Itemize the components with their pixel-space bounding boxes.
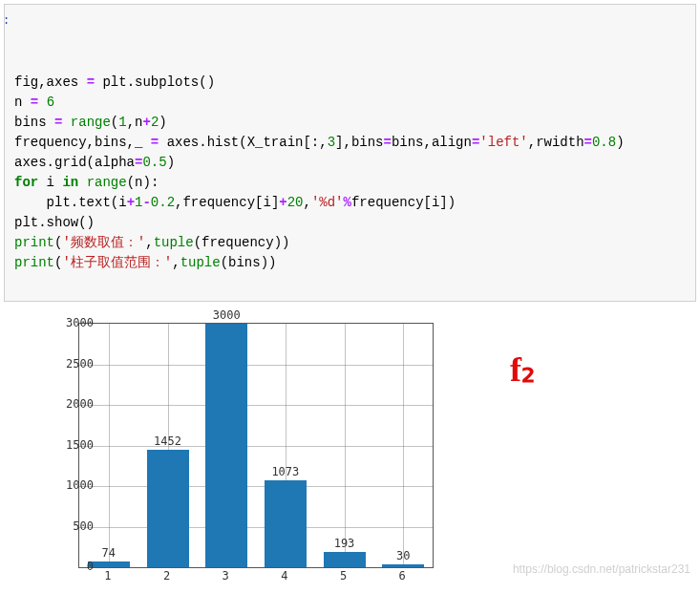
bar-value-label: 193 — [334, 537, 355, 550]
gridline — [79, 446, 433, 447]
bar-value-label: 30 — [396, 549, 410, 562]
input-prompt: : — [3, 12, 10, 30]
y-tick-label: 3000 — [55, 316, 94, 329]
y-tick-label: 1500 — [55, 438, 94, 452]
y-tick-label: 2500 — [55, 357, 94, 371]
x-tick-label: 4 — [275, 569, 294, 582]
gridline — [79, 486, 433, 487]
output-area: 7414523000107319330 05001000150020002500… — [23, 311, 696, 593]
y-tick-label: 0 — [55, 560, 94, 573]
bar — [265, 480, 307, 567]
bar-value-label: 74 — [102, 546, 116, 560]
bar — [205, 324, 247, 567]
gridline — [403, 324, 404, 567]
histogram-chart: 7414523000107319330 05001000150020002500… — [23, 311, 453, 593]
bar-value-label: 1073 — [271, 465, 299, 478]
bar — [88, 561, 130, 567]
bar-value-label: 3000 — [213, 308, 241, 322]
gridline — [79, 405, 433, 406]
code-content: fig,axes = plt.subplots() n = 6 bins = r… — [14, 73, 686, 273]
gridline — [109, 324, 110, 567]
watermark: https://blog.csdn.net/patrickstar231 — [513, 562, 690, 576]
x-tick-label: 2 — [158, 569, 177, 582]
bar — [382, 564, 424, 567]
x-tick-label: 3 — [216, 569, 235, 582]
handwritten-annotation: f₂ — [510, 349, 535, 390]
bar-value-label: 1452 — [154, 434, 181, 448]
x-tick-label: 1 — [98, 569, 117, 582]
plot-area: 7414523000107319330 — [78, 323, 434, 568]
y-tick-label: 500 — [55, 519, 94, 533]
y-tick-label: 2000 — [55, 397, 94, 411]
gridline — [345, 324, 346, 567]
gridline — [79, 365, 433, 366]
x-tick-label: 6 — [392, 569, 412, 582]
bar — [324, 552, 366, 567]
bar — [147, 450, 189, 567]
gridline — [79, 527, 433, 528]
x-tick-label: 5 — [334, 569, 353, 582]
y-tick-label: 1000 — [55, 478, 94, 492]
code-cell: : fig,axes = plt.subplots() n = 6 bins =… — [4, 4, 696, 302]
